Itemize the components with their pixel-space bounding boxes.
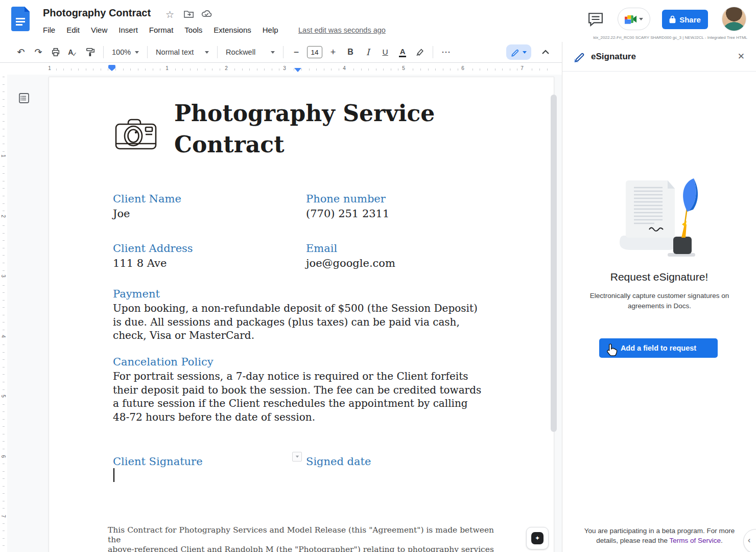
account-avatar[interactable] [722, 7, 746, 31]
document-heading[interactable]: Photography Service Contract [174, 98, 481, 160]
document-title[interactable]: Photography Contract [43, 7, 151, 19]
email-label[interactable]: Email [306, 242, 337, 255]
payment-body[interactable]: Upon booking, a non-refundable deposit o… [113, 302, 495, 342]
contract-footer-text[interactable]: This Contract for Photography Services a… [108, 525, 496, 552]
indent-marker[interactable] [294, 68, 301, 72]
undo-button[interactable]: ↶ [14, 45, 28, 59]
chevron-left-icon: ‹ [748, 536, 750, 545]
request-esignature-headline: Request eSignature! [562, 271, 756, 283]
menu-insert[interactable]: Insert [113, 24, 144, 36]
beta-program-note: You are participating in a beta program.… [573, 526, 746, 545]
ruler-number: 1 [1, 153, 6, 159]
sparkle-button[interactable]: ✦ [526, 527, 549, 549]
cancelation-heading[interactable]: Cancelation Policy [113, 356, 214, 368]
more-options-button[interactable]: ⋯ [439, 45, 453, 59]
paragraph-style-select[interactable]: Normal text [152, 45, 213, 59]
ruler-number: 4 [1, 333, 6, 339]
client-name-value[interactable]: Joe [113, 208, 130, 220]
toolbar-divider [103, 46, 104, 58]
docs-logo-icon[interactable] [11, 7, 30, 31]
meet-icon [625, 14, 637, 24]
last-edit-link[interactable]: Last edit was seconds ago [298, 26, 386, 34]
esignature-description: Electronically capture customer signatur… [578, 291, 741, 311]
ruler-number: 5 [1, 393, 6, 399]
menu-view[interactable]: View [85, 24, 113, 36]
payment-heading[interactable]: Payment [113, 288, 160, 300]
ruler-number: 4 [341, 65, 347, 71]
spellcheck-button[interactable]: A ✓ [66, 45, 80, 59]
ruler-number: 1 [46, 65, 53, 71]
menu-format[interactable]: Format [144, 24, 179, 36]
paint-roller-icon [86, 48, 95, 57]
left-indent-marker[interactable] [108, 65, 115, 71]
chevron-up-icon [541, 50, 550, 55]
menu-extensions[interactable]: Extensions [208, 24, 256, 36]
underline-button[interactable]: U [378, 45, 392, 59]
ruler-number: 6 [1, 453, 6, 459]
text-color-icon: A [399, 48, 406, 57]
cloud-status-icon[interactable] [201, 10, 212, 18]
lock-icon [669, 15, 676, 24]
menu-tools[interactable]: Tools [179, 24, 208, 36]
decrease-font-size-button[interactable]: − [289, 45, 303, 59]
menu-file[interactable]: File [37, 24, 61, 36]
paragraph-style-value: Normal text [156, 48, 194, 56]
meet-caret-icon [639, 18, 643, 20]
client-name-label[interactable]: Client Name [113, 193, 181, 205]
toolbar-divider [433, 46, 433, 58]
toolbar-divider [283, 46, 284, 58]
meet-button[interactable] [618, 8, 650, 30]
pencil-mode-icon [511, 48, 519, 57]
share-label: Share [679, 15, 701, 24]
redo-button[interactable]: ↷ [31, 45, 45, 59]
ruler-ticks [3, 77, 5, 552]
ruler-number: 2 [1, 213, 6, 219]
toolbar-divider [217, 46, 218, 58]
menu-edit[interactable]: Edit [61, 24, 85, 36]
italic-button[interactable]: I [361, 45, 375, 59]
bold-button[interactable]: B [343, 45, 358, 59]
increase-font-size-button[interactable]: + [326, 45, 340, 59]
hide-menus-button[interactable] [538, 45, 553, 59]
add-field-button[interactable]: Add a field to request [599, 338, 718, 358]
app-header: Photography Contract ☆ File Edit View In… [0, 0, 756, 42]
font-caret-icon [271, 51, 275, 54]
text-color-button[interactable]: A [395, 45, 410, 59]
signed-date-label[interactable]: Signed date [306, 455, 371, 468]
phone-value[interactable]: (770) 251 2311 [306, 208, 389, 220]
star-icon[interactable]: ☆ [166, 9, 174, 20]
document-page[interactable]: Photography Service Contract Client Name… [49, 77, 554, 552]
editing-mode-button[interactable] [506, 44, 531, 60]
highlighter-icon [415, 48, 424, 57]
client-signature-label[interactable]: Client Signature [113, 455, 203, 468]
terms-of-service-link[interactable]: Terms of Service [669, 537, 721, 544]
vertical-ruler: 1234567 [0, 63, 7, 552]
font-select[interactable]: Rockwell [222, 45, 279, 59]
close-icon[interactable]: ✕ [738, 51, 745, 62]
font-size-input[interactable]: 14 [307, 46, 322, 58]
signed-date-dropdown[interactable] [292, 452, 302, 462]
zoom-select[interactable]: 100% [108, 45, 143, 59]
ruler-number: 2 [223, 65, 229, 71]
menu-help[interactable]: Help [257, 24, 284, 36]
comment-history-icon[interactable] [588, 12, 603, 27]
ruler-number: 6 [460, 65, 466, 71]
email-value[interactable]: joe@google.com [306, 257, 395, 269]
client-address-label[interactable]: Client Address [113, 242, 193, 255]
camera-image[interactable] [114, 114, 158, 154]
highlight-color-button[interactable] [413, 45, 427, 59]
ruler-number: 1 [164, 65, 170, 71]
document-outline-icon[interactable] [18, 92, 30, 104]
vertical-scrollbar[interactable] [551, 95, 557, 432]
paint-format-button[interactable] [83, 45, 98, 59]
cancelation-body[interactable]: For portrait sessions, a 7-day notice is… [113, 370, 495, 424]
share-button[interactable]: Share [662, 10, 708, 29]
horizontal-ruler: 11234567 [7, 63, 562, 75]
zoom-caret-icon [135, 51, 139, 54]
formatting-toolbar: ↶ ↷ A ✓ 100% Normal text Rockwell − [0, 42, 562, 63]
sparkle-icon: ✦ [531, 532, 544, 544]
print-button[interactable] [49, 45, 63, 59]
move-folder-icon[interactable] [184, 10, 194, 18]
client-address-value[interactable]: 111 8 Ave [113, 257, 167, 269]
phone-label[interactable]: Phone number [306, 193, 386, 205]
